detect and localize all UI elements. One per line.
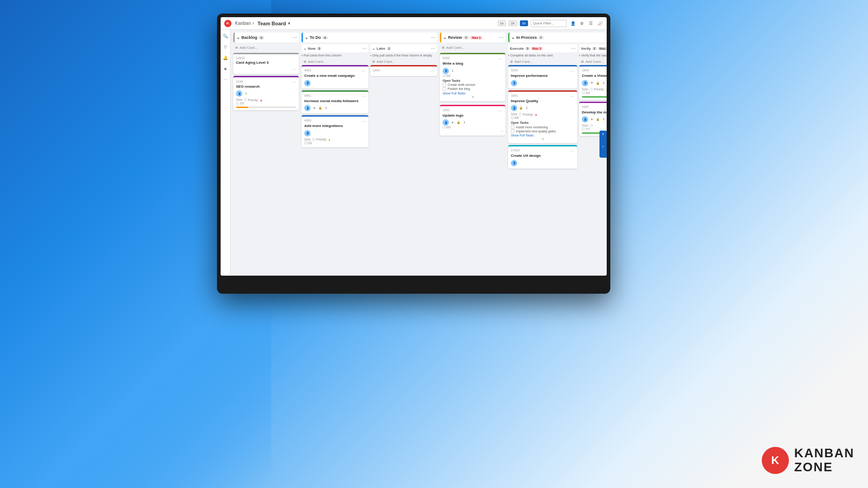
settings-icon[interactable]: ⚙: [579, 20, 585, 27]
todo-menu-icon[interactable]: ⋯: [431, 35, 435, 40]
later-menu[interactable]: ⋯: [431, 46, 435, 51]
zoom-3x-button[interactable]: 3x: [520, 20, 528, 26]
task-item: Publish the blog: [443, 87, 503, 91]
card-menu-icon[interactable]: ⋯: [570, 149, 575, 154]
chevron-icon: ⌄: [511, 35, 515, 40]
task-label: Publish the blog: [448, 87, 470, 90]
expand-icon[interactable]: ›: [443, 129, 503, 133]
card-1843[interactable]: 1843 ⋯: [370, 65, 437, 76]
monitor-frame: K Kanban › Team Board ▾ 1x 2x 3x 👤 ⚙ ☰ 📈…: [217, 14, 610, 294]
later-add-card-button[interactable]: ⊕ Add Card...: [370, 58, 437, 65]
verify-add-card-button[interactable]: ⊕ Add Card...: [579, 58, 607, 65]
show-full-tasks-link[interactable]: Show Full Tasks: [443, 92, 503, 95]
execute-description: • Complete all tasks on the card: [508, 52, 577, 58]
card-9204[interactable]: 9204 ⋯ Improve performance 👤: [508, 65, 577, 89]
execute-count: 3: [525, 47, 530, 50]
chart-icon[interactable]: 📈: [597, 20, 603, 27]
user-icon[interactable]: 👤: [570, 20, 576, 27]
card-menu-icon[interactable]: ⋯: [361, 119, 366, 124]
task-label: Implement new quality gates: [516, 130, 556, 133]
now-menu[interactable]: ⋯: [362, 46, 367, 51]
card-4661[interactable]: 4661 ⋯ Increase social media followers 👤…: [302, 90, 368, 114]
show-full-tasks-link[interactable]: Show Full Tasks: [511, 134, 575, 137]
card-menu-icon[interactable]: ⋯: [498, 56, 503, 61]
execute-add-card-button[interactable]: ⊕ Add Card...: [508, 58, 577, 65]
card-1844[interactable]: 1844 ⋯ Create a Vision 👤 👁 🔒 ℹ: [579, 65, 607, 100]
plus-icon: ⊕: [303, 60, 307, 64]
avatar: 👤: [511, 80, 517, 86]
subcol-now-header: ⌄ Now 3 ⋯: [302, 44, 368, 52]
card-id: 4661: [304, 94, 311, 98]
card-menu-icon[interactable]: ⋯: [498, 108, 503, 113]
card-6599[interactable]: 6599 ⋯ Write a blog 👤 ℹ ☐ 0/2 Open Tasks…: [440, 53, 505, 101]
card-17924[interactable]: 17924 ⋯ Create UX design 👤: [508, 145, 577, 169]
card-4600[interactable]: 4600 ⋯ Add more integrations 👤 Size: ⬡ P…: [302, 115, 368, 147]
review-max: Max 1: [470, 36, 482, 39]
plus-icon: ⊕: [581, 60, 584, 64]
card-4662[interactable]: 4662 ⋯ Create a new email campaign 👤: [302, 65, 368, 89]
card-1842[interactable]: 1842 ⋯ Update logo 👤 👁 🔒 ℹ ☐ 0/3 ›: [440, 105, 505, 136]
sidebar-more-icon[interactable]: ⋯: [222, 76, 229, 83]
sidebar-filter-icon[interactable]: ▽: [222, 43, 229, 51]
card-meta: 👤 👁 🔒 ℹ: [443, 119, 503, 126]
card-19593[interactable]: 19593 Card Aging Level 3 ⋯: [233, 53, 299, 74]
card-menu-icon[interactable]: ⋯: [570, 69, 575, 74]
now-add-card-button[interactable]: ⊕ Add Card...: [302, 58, 368, 65]
chevron-icon: ⌄: [303, 47, 307, 51]
app-nav[interactable]: Kanban › Team Board ▾: [235, 21, 290, 26]
logo-letter: K: [226, 21, 229, 25]
card-meta: 👤 👁 🔒 ℹ: [582, 116, 607, 122]
open-tasks-label: Open Tasks: [511, 121, 575, 124]
lock-icon: 🔒: [595, 81, 600, 85]
review-add-card-button[interactable]: ⊕ Add Card...: [440, 44, 505, 51]
collapse-icon[interactable]: ∧: [511, 137, 575, 141]
chevron-icon: ⌄: [372, 47, 375, 51]
card-menu-icon[interactable]: ⋯: [570, 94, 575, 99]
card-counter: ☐ 3/3: [582, 91, 607, 95]
add-card-label: Add Card...: [240, 46, 258, 50]
later-description: • Only pull cards if the Now column is e…: [370, 52, 437, 58]
size-label: Size: ⬡: [511, 113, 522, 116]
task-checkbox[interactable]: [443, 87, 446, 91]
filter-icon[interactable]: ☰: [588, 20, 594, 27]
task-checkbox[interactable]: [443, 83, 446, 87]
card-1841[interactable]: 1841 ⋯ Improve Quality 👤 🔒 ℹ Size: ⬡: [508, 90, 577, 144]
backlog-menu-icon[interactable]: ⋯: [292, 35, 297, 40]
sidebar-tag-icon[interactable]: ◈: [222, 65, 229, 72]
open-tasks-label: Open Tasks: [443, 79, 503, 82]
review-title: Review: [448, 35, 462, 40]
sidebar-search-icon[interactable]: 🔍: [222, 33, 229, 40]
avatar: 👤: [443, 119, 449, 126]
card-menu-icon[interactable]: ⋯: [430, 69, 434, 74]
watermark: K KANBAN ZONE: [762, 446, 854, 474]
column-header-review: ⌄ Review 7 Max 1 ⋯: [440, 33, 505, 42]
card-menu-icon[interactable]: ⋯: [292, 80, 296, 84]
card-size-priority: Size: ⬡ Priority: ▲: [511, 113, 575, 116]
zoom-1x-button[interactable]: 1x: [498, 20, 506, 26]
avatar: 👤: [511, 160, 517, 166]
card-menu-icon[interactable]: ⋯: [236, 67, 296, 72]
expand-button[interactable]: ›: [599, 135, 607, 158]
nav-kanban-label[interactable]: Kanban: [235, 21, 250, 26]
backlog-count: 2: [259, 36, 264, 39]
card-4198[interactable]: 4198 ⋯ SEO research 👤 ℹ Size: ⬡ Priority…: [233, 76, 299, 111]
card-meta: 👤: [511, 80, 575, 86]
add-card-label: Add Card...: [308, 60, 326, 64]
review-menu-icon[interactable]: ⋯: [499, 35, 504, 40]
chevron-down-icon[interactable]: ▾: [288, 21, 290, 26]
eye-icon: 👁: [590, 117, 594, 122]
task-checkbox[interactable]: [511, 129, 514, 133]
todo-subcolumns: ⌄ Now 3 ⋯ • Pull cards from this column …: [302, 44, 437, 147]
task-checkbox[interactable]: [511, 125, 514, 129]
column-review: ⌄ Review 7 Max 1 ⋯ ⊕ Add Card... 6599 ⋯: [440, 33, 505, 273]
quick-filter-input[interactable]: [531, 20, 567, 27]
sidebar-notification-icon[interactable]: 🔔: [222, 54, 229, 61]
collapse-icon[interactable]: ∧: [443, 95, 503, 99]
card-id: 1842: [443, 108, 450, 113]
zoom-2x-button[interactable]: 2x: [509, 20, 517, 26]
execute-menu[interactable]: ⋯: [571, 46, 576, 51]
card-menu-icon[interactable]: ⋯: [361, 94, 366, 99]
backlog-add-card-button[interactable]: ⊕ Add Card...: [233, 44, 299, 51]
brand-line2: ZONE: [794, 460, 854, 474]
card-menu-icon[interactable]: ⋯: [361, 69, 366, 74]
